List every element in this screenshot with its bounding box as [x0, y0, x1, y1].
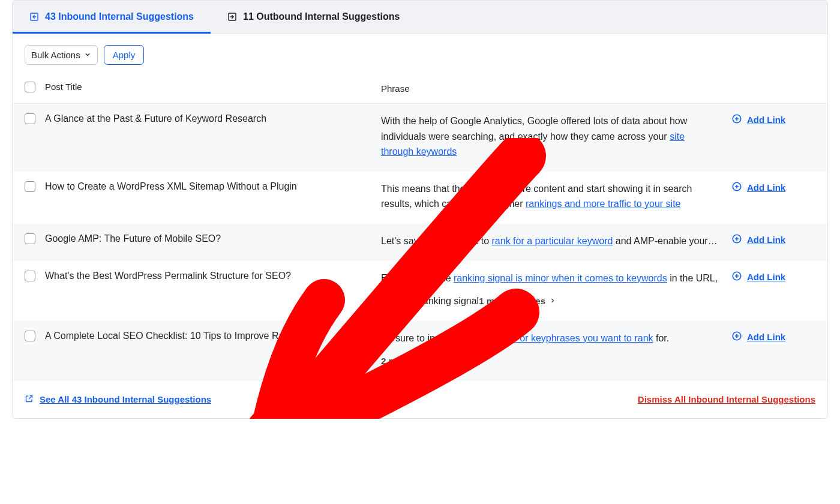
tabs: 43 Inbound Internal Suggestions 11 Outbo…: [13, 1, 827, 34]
select-all-checkbox[interactable]: [25, 82, 35, 92]
table-row: Google AMP: The Future of Mobile SEO?Let…: [13, 224, 827, 261]
add-link-button[interactable]: Add Link: [731, 331, 785, 343]
plus-circle-icon: [731, 113, 742, 126]
post-title: A Glance at the Past & Future of Keyword…: [45, 113, 381, 160]
plus-circle-icon: [731, 271, 742, 283]
tab-outbound-label: 11 Outbound Internal Suggestions: [243, 11, 400, 22]
post-title: Google AMP: The Future of Mobile SEO?: [45, 233, 381, 249]
tab-inbound[interactable]: 43 Inbound Internal Suggestions: [13, 1, 211, 34]
panel-footer: See All 43 Inbound Internal Suggestions …: [13, 381, 827, 418]
row-checkbox[interactable]: [25, 233, 35, 244]
see-all-link[interactable]: See All 43 Inbound Internal Suggestions: [25, 394, 211, 405]
add-link-button[interactable]: Add Link: [731, 233, 785, 246]
add-link-label: Add Link: [747, 182, 785, 193]
phrase-text: Even though the: [381, 273, 454, 283]
row-checkbox[interactable]: [25, 331, 35, 341]
apply-button[interactable]: Apply: [104, 45, 145, 65]
row-checkbox[interactable]: [25, 271, 35, 281]
phrase-text: Let's say that you want to: [381, 236, 492, 246]
chevron-down-icon: [84, 50, 91, 60]
dismiss-all-link[interactable]: Dismiss All Inbound Internal Suggestions: [638, 394, 815, 404]
plus-circle-icon: [731, 331, 742, 343]
phrase-cell: This means that they can find more conte…: [381, 181, 731, 212]
phrase-anchor[interactable]: rankings and more traffic to your site: [526, 199, 681, 209]
add-link-button[interactable]: Add Link: [731, 181, 785, 194]
table-row: What's the Best WordPress Permalink Stru…: [13, 261, 827, 321]
add-link-button[interactable]: Add Link: [731, 271, 785, 283]
post-title: How to Create a WordPress XML Sitemap Wi…: [45, 181, 381, 212]
table-header: Post Title Phrase: [13, 73, 827, 104]
header-post-title: Post Title: [45, 82, 381, 96]
phrase-anchor[interactable]: keywords or keyphrases you want to rank: [476, 333, 653, 343]
see-all-label: See All 43 Inbound Internal Suggestions: [40, 394, 211, 404]
bulk-actions-select[interactable]: Bulk Actions: [25, 45, 98, 65]
tab-outbound[interactable]: 11 Outbound Internal Suggestions: [211, 1, 416, 34]
phrase-anchor[interactable]: rank for a particular keyword: [492, 236, 613, 246]
add-link-button[interactable]: Add Link: [731, 113, 785, 126]
inbound-icon: [29, 12, 39, 22]
more-phrases-label: 2 more phrases: [381, 354, 448, 368]
table-row: A Glance at the Past & Future of Keyword…: [13, 104, 827, 172]
plus-circle-icon: [731, 233, 742, 246]
chevron-right-icon: [451, 354, 458, 368]
tab-inbound-label: 43 Inbound Internal Suggestions: [45, 11, 194, 22]
add-link-label: Add Link: [747, 115, 785, 125]
outbound-icon: [227, 12, 237, 22]
suggestions-panel: 43 Inbound Internal Suggestions 11 Outbo…: [12, 0, 828, 419]
row-checkbox[interactable]: [25, 181, 35, 192]
phrase-text: With the help of Google Analytics, Googl…: [381, 116, 687, 142]
phrase-cell: Be sure to include the keywords or keyph…: [381, 331, 731, 369]
table-row: How to Create a WordPress XML Sitemap Wi…: [13, 172, 827, 224]
phrase-cell: With the help of Google Analytics, Googl…: [381, 113, 731, 160]
add-link-label: Add Link: [747, 235, 785, 245]
more-phrases-toggle[interactable]: 1 more phrases: [479, 294, 556, 308]
row-checkbox[interactable]: [25, 113, 35, 124]
phrase-cell: Let's say that you want to rank for a pa…: [381, 233, 731, 249]
toolbar: Bulk Actions Apply: [13, 34, 827, 73]
phrase-anchor[interactable]: ranking signal is minor when it comes to…: [454, 273, 667, 283]
suggestions-table: Post Title Phrase A Glance at the Past &…: [13, 73, 827, 381]
phrase-cell: Even though the ranking signal is minor …: [381, 271, 731, 309]
bulk-actions-label: Bulk Actions: [31, 50, 80, 60]
phrase-text: and AMP-enable your…: [613, 236, 717, 246]
phrase-text: for.: [653, 333, 670, 343]
external-link-icon: [25, 394, 34, 405]
chevron-right-icon: [549, 294, 556, 308]
post-title: What's the Best WordPress Permalink Stru…: [45, 271, 381, 309]
add-link-label: Add Link: [747, 332, 785, 342]
header-phrase: Phrase: [381, 82, 731, 96]
phrase-text: Be sure to include the: [381, 333, 476, 343]
add-link-label: Add Link: [747, 272, 785, 282]
more-phrases-label: 1 more phrases: [479, 294, 545, 308]
plus-circle-icon: [731, 181, 742, 194]
table-row: A Complete Local SEO Checklist: 10 Tips …: [13, 321, 827, 381]
more-phrases-toggle[interactable]: 2 more phrases: [381, 354, 458, 368]
post-title: A Complete Local SEO Checklist: 10 Tips …: [45, 331, 381, 369]
